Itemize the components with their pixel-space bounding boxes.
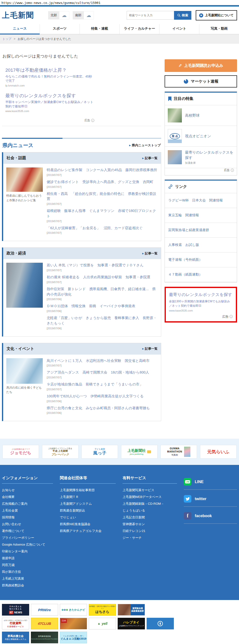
footer-link[interactable]: Google Adsence 広告について — [2, 541, 60, 548]
about-company-button[interactable]: 上毛新聞社について — [196, 10, 237, 20]
partner-gunma-eco-2019[interactable]: ぐんまを地球に優しい町へ ぐんまエコ活動!2019 — [60, 632, 87, 643]
footer-link[interactable]: 群馬政経懇話会 — [2, 582, 60, 589]
sidebar-link-item[interactable]: 東京五輪 関連情報 — [165, 208, 237, 223]
sidebar-link-item[interactable]: 電子速報（号外紙面） — [165, 252, 237, 267]
footer-link[interactable]: プライバシーポリシー — [2, 534, 60, 541]
footer-link[interactable]: 上毛紙上写真展 — [2, 575, 60, 582]
footer-link[interactable]: 群馬連合新聞折込 — [60, 507, 122, 514]
article-link[interactable]: 100周年で820人が心一つ 伊勢崎商業高生徒が人文字つくる — [47, 394, 158, 399]
footer-link[interactable]: ジー・サーチ — [122, 534, 184, 541]
footer-link[interactable]: 雷神囲碁サロン — [122, 521, 184, 528]
featured-item-rental-box-ad[interactable]: 最寄りのレンタルボックスを探す 加瀬倉庫 — [165, 146, 237, 168]
footer-link[interactable]: 上毛新聞写真サービス — [122, 487, 184, 494]
banner-genki-life[interactable]: 元気らいふ — [200, 445, 236, 458]
sidebar-link-item[interactable]: ラグビーW杯 日本大会 関連情報 — [165, 193, 237, 208]
tab-life-culture[interactable]: ライフ・カルチャー — [120, 24, 159, 34]
footer-link[interactable]: 会社概要 — [2, 494, 60, 500]
search-button[interactable]: 検索 — [174, 11, 191, 20]
partner-47news[interactable]: 日本が見える 地方が見える 47 NEWS — [2, 604, 29, 616]
footer-link[interactable]: 上毛新聞アドシステム — [60, 500, 122, 507]
social-twitter[interactable]: twitter — [184, 493, 237, 507]
article-link[interactable]: 北軽産「百蜜」いかが きょうから販売 養蜂事業に参入 長野原・きたもっく — [47, 316, 158, 326]
featured-item-koukou-yakyu[interactable]: 高校野球 — [165, 105, 237, 126]
partner-harebutai[interactable]: ハレブタイ 上毛新聞社のクラウドファンディング — [118, 618, 145, 630]
footer-link[interactable]: 我が家の主役 — [2, 568, 60, 575]
subscribe-button[interactable]: 上毛新聞購読お申込み — [164, 59, 237, 72]
partner-kitakan-navi[interactable]: きたかんナビ — [60, 604, 87, 616]
article-link[interactable]: 初の週末 候補者走る 人出求め商業施設や駅前 知事選・参院選 — [47, 274, 158, 280]
article-list-link[interactable]: 記事一覧 — [142, 251, 158, 256]
tab-photo-video[interactable]: 写真・動画 — [199, 24, 239, 34]
banner-jomodachi[interactable]: 上毛新聞愛読者クラブ ジョモだち — [2, 445, 39, 458]
social-facebook[interactable]: f facebook — [184, 510, 237, 524]
footer-link[interactable]: 上毛新聞厚生福祉事業団 — [60, 487, 122, 494]
footer-link[interactable]: 著作権について — [2, 528, 60, 534]
sidebar-link-item[interactable]: 人事検索 お試し版 — [165, 238, 237, 252]
partner-tomioka-silk-mill[interactable]: 富岡製糸場 絹産業遺産群 — [118, 604, 145, 616]
sidebar-link-item[interactable]: ４７動画（紙面連動） — [165, 267, 237, 282]
article-link[interactable]: ＤＭＯ11団体 情報交換 前橋 イーバイクや事例発表 — [47, 304, 158, 309]
highlighted-ad[interactable]: 最寄りのレンタルボックスを探す 全国1300ヶ所展開の加瀬倉庫CMでもお馴染み／… — [164, 287, 237, 322]
footer-link[interactable]: 上毛社会賞 — [2, 507, 60, 514]
article-link[interactable]: ９店が地域自慢の逸品 前橋できょうまで「うまいもの市」 — [47, 382, 158, 387]
featured-item-shiten-opinion[interactable]: 視 点 視点オピニオン — [165, 126, 237, 146]
banner-gunma-marathon[interactable]: GUNMA MARATHON 写真館 — [160, 445, 197, 458]
prefecture-news-top-link[interactable]: 県内ニューストップ — [129, 143, 161, 148]
info-icon[interactable] — [230, 315, 233, 318]
site-logo[interactable]: 上毛新聞 — [2, 10, 34, 20]
footer-link[interactable]: 上毛新聞WEBデータベース — [122, 494, 184, 500]
search-input[interactable] — [127, 11, 174, 20]
footer-link[interactable]: 上毛新聞縮刷版－CD-ROM－ — [122, 500, 184, 507]
article-link[interactable]: 特産品のレシピ集作製 コンクール入賞の45品 藤岡行政県税事務所 — [47, 168, 158, 173]
tab-events[interactable]: イベント — [159, 24, 199, 34]
article-link[interactable]: 烏川イベントに１万人 水辺利活用へ社会実験 国交省と高崎市 — [47, 358, 158, 364]
article-thumbnail[interactable] — [6, 358, 43, 384]
sidebar-link-item[interactable]: 富岡製糸場と絹産業遺産群 — [165, 223, 237, 238]
browser-url[interactable]: https://www.jomo-news.co.jp/news/gunma/c… — [0, 0, 239, 5]
breadcrumb-home-link[interactable]: トップ — [2, 37, 12, 40]
article-link[interactable]: 健診でお得ポイント 受診率向上へ商品券、グッズと交換 吉岡町 — [47, 179, 158, 185]
banner-heisei-playback[interactable]: 上毛新聞ライブラリーで見る 平成 上毛新聞 プレーバック — [42, 445, 78, 458]
partner-yell[interactable]: yell — [89, 618, 116, 630]
partner-gunma-bar-association[interactable]: 群馬弁護士会 弁護士情報検索システム — [2, 632, 29, 643]
article-thumbnail[interactable] — [6, 263, 43, 308]
partner-prwire[interactable]: PRWire — [31, 604, 58, 616]
footer-link[interactable]: 日経テレコン21 — [122, 528, 184, 534]
partner-blue-logo[interactable] — [146, 618, 174, 630]
article-link[interactable]: 若い人 本気（マジ）で投票を 知事選・参院選でＪＯＹさん — [47, 263, 158, 268]
ad-title-link[interactable]: 最寄りのレンタルボックスを探す — [169, 292, 232, 297]
footer-link[interactable]: 群馬県NIE推進協議会 — [60, 521, 122, 528]
article-link[interactable]: 箱根経験 飯塚さん指導 ぐんまマラソン 赤城で180日プロジェクト — [47, 208, 158, 219]
banner-jomo-publishing[interactable]: 上毛新聞社 jomo publishing — [121, 445, 158, 458]
article-link[interactable]: 県庁に台湾の食と文化 みなかみ町職員・阿部さんの著書寄贈も — [47, 406, 158, 411]
partner-hachisara[interactable]: 信州嬬恋・北軽井沢の観光グルメ情報サイト はちさら — [89, 604, 116, 616]
footer-link[interactable]: 群馬県アマチュアゴルフ大会 — [60, 528, 122, 534]
footer-link[interactable]: 上毛記念日新聞 — [122, 514, 184, 521]
ad-title-link[interactable]: 2017年は不動産価格が上昇？ — [5, 68, 66, 73]
ad-url-link[interactable]: www.kase3535.com — [169, 309, 193, 312]
ad-url-link[interactable]: www.kase3535.com — [5, 110, 29, 112]
article-link[interactable]: アジア頂点へダンス 高崎で国際大会 18の国・地域から800人 — [47, 370, 158, 375]
footer-link[interactable]: 上毛新聞ＴＲ — [60, 494, 122, 500]
article-link[interactable]: 熱中症対策 新トレンド 携帯扇風機、日傘男子、経口補水液... 県内小売店が強化 — [47, 286, 158, 297]
footer-link[interactable]: 採用情報 — [2, 514, 60, 521]
footer-link[interactable]: お知らせ — [2, 487, 60, 494]
article-link[interactable]: 桐生南・西高 「総合的な探究」統合後の特色に 県教委が検討委設置 — [47, 191, 158, 202]
partner-47club[interactable]: 47CLUB — [31, 618, 58, 630]
ad-url-link[interactable]: lp.lvnmatch.com — [5, 84, 24, 87]
article-list-link[interactable]: 記事一覧 — [142, 156, 158, 160]
partner-gyosei-journal[interactable]: 全国の新聞社と共同通信社が運営 行政資料 行政情報サービス — [2, 618, 29, 630]
article-thumbnail[interactable] — [6, 168, 43, 192]
article-list-link[interactable]: 記事一覧 — [142, 346, 158, 351]
footer-link[interactable]: お問い合わせ — [2, 521, 60, 528]
footer-link[interactable]: でりじぇい — [60, 514, 122, 521]
footer-link[interactable]: 後援申請 — [2, 555, 60, 562]
market-report-button[interactable]: マーケット速報 — [164, 75, 237, 88]
footer-link[interactable]: じょうもばいる — [122, 507, 184, 514]
footer-link[interactable]: 同窓万歳 — [2, 562, 60, 568]
footer-link[interactable]: 広告掲載のご案内 — [2, 500, 60, 507]
social-line[interactable]: LINE LINE — [184, 476, 237, 490]
info-icon[interactable] — [91, 119, 94, 122]
tab-news[interactable]: ニュース — [0, 24, 40, 34]
ad-title-link[interactable]: 最寄りのレンタルボックスを探す — [5, 93, 76, 98]
